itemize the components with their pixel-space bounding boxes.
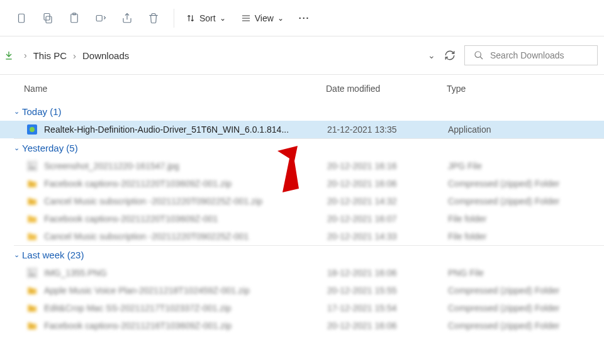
- file-icon: [26, 267, 38, 279]
- rename-icon[interactable]: [92, 9, 109, 27]
- chevron-down-icon: ⌄: [277, 14, 284, 23]
- file-row[interactable]: Edit&Crop Mac SS-20211217T102337Z-001.zi…: [0, 299, 604, 317]
- breadcrumb-item[interactable]: Downloads: [82, 50, 129, 61]
- column-type-header[interactable]: Type: [447, 84, 604, 94]
- file-row[interactable]: IMG_1355.PNG18-12-2021 16:06PNG File: [0, 264, 604, 282]
- file-name: Screenshot_20211220-161547.jpg: [44, 161, 327, 171]
- search-icon: [474, 50, 484, 60]
- file-icon: [26, 124, 38, 135]
- chevron-down-icon: ⌄: [14, 251, 20, 259]
- svg-rect-9: [27, 161, 37, 171]
- file-type: Compressed (zipped) Folder: [448, 179, 559, 189]
- view-label: View: [255, 13, 274, 23]
- file-name: Apple Music Voice Plan-20211218T102459Z-…: [44, 285, 327, 295]
- view-button[interactable]: View ⌄: [241, 13, 284, 23]
- svg-point-8: [30, 127, 35, 132]
- file-icon: [26, 231, 38, 242]
- share-icon[interactable]: [118, 9, 136, 27]
- sort-icon: [186, 13, 196, 23]
- chevron-down-icon: ⌄: [14, 108, 20, 116]
- chevron-down-icon: ⌄: [220, 14, 226, 23]
- file-name: Realtek-High-Definition-Audio-Driver_51T…: [44, 124, 327, 135]
- file-date: 20-12-2021 16:06: [327, 179, 448, 189]
- file-list: ⌄ Today (1)Realtek-High-Definition-Audio…: [0, 102, 604, 334]
- file-row[interactable]: Screenshot_20211220-161547.jpg20-12-2021…: [0, 157, 604, 175]
- file-type: Application: [448, 124, 491, 135]
- chevron-down-icon: ⌄: [14, 144, 20, 152]
- file-type: Compressed (zipped) Folder: [448, 285, 559, 295]
- file-name: Edit&Crop Mac SS-20211217T102337Z-001.zi…: [44, 303, 327, 313]
- file-name: Cancel Music subscription -20211220T0902…: [44, 196, 327, 206]
- file-type: Compressed (zipped) Folder: [448, 196, 559, 206]
- file-row[interactable]: Realtek-High-Definition-Audio-Driver_51T…: [0, 121, 604, 138]
- svg-rect-16: [31, 306, 32, 311]
- refresh-button[interactable]: [444, 50, 456, 61]
- file-row[interactable]: Facebook captions-20211216T103609Z-001.z…: [0, 317, 604, 334]
- svg-rect-11: [31, 182, 32, 187]
- file-icon: [26, 285, 38, 296]
- search-placeholder: Search Downloads: [490, 50, 564, 60]
- column-name-header[interactable]: Name: [24, 84, 326, 94]
- svg-point-10: [30, 163, 31, 165]
- group-header[interactable]: ⌄ Last week (23): [0, 246, 604, 264]
- file-type: File folder: [448, 214, 486, 224]
- svg-point-6: [475, 52, 481, 57]
- file-name: Facebook captions-20211220T103609Z-001: [44, 214, 327, 224]
- file-icon: [26, 160, 38, 172]
- file-name: IMG_1355.PNG: [44, 268, 327, 278]
- group-header[interactable]: ⌄ Today (1): [0, 102, 604, 121]
- file-name: Cancel Music subscription -20211220T0902…: [44, 231, 327, 241]
- paste-icon[interactable]: [65, 9, 83, 27]
- search-input[interactable]: Search Downloads: [464, 45, 598, 65]
- svg-rect-0: [19, 14, 25, 23]
- file-date: 20-12-2021 16:16: [327, 161, 448, 171]
- file-row[interactable]: Facebook captions-20211220T103609Z-00120…: [0, 210, 604, 228]
- group-label: Yesterday (5): [22, 143, 78, 153]
- file-row[interactable]: Apple Music Voice Plan-20211218T102459Z-…: [0, 282, 604, 299]
- address-bar-row: › This PC › Downloads ⌄ Search Downloads: [0, 36, 604, 75]
- file-row[interactable]: Cancel Music subscription -20211220T0902…: [0, 228, 604, 245]
- sort-button[interactable]: Sort ⌄: [186, 13, 226, 23]
- file-icon: [26, 320, 38, 331]
- svg-rect-13: [27, 268, 37, 278]
- file-row[interactable]: Cancel Music subscription -20211220T0902…: [0, 192, 604, 210]
- breadcrumb[interactable]: This PC › Downloads: [33, 50, 130, 61]
- column-date-header[interactable]: Date modified: [326, 84, 447, 94]
- toolbar-separator: [174, 9, 174, 28]
- sort-label: Sort: [199, 13, 216, 23]
- svg-rect-15: [31, 289, 32, 294]
- file-row[interactable]: Facebook captions-20211220T103609Z-001.z…: [0, 175, 604, 192]
- svg-rect-1: [46, 16, 52, 23]
- file-date: 20-12-2021 16:07: [327, 214, 448, 224]
- file-date: 18-12-2021 16:06: [327, 268, 448, 278]
- file-icon: [26, 213, 38, 224]
- svg-rect-17: [31, 324, 32, 329]
- group-label: Last week (23): [22, 250, 84, 260]
- breadcrumb-item[interactable]: This PC: [33, 50, 67, 61]
- file-name: Facebook captions-20211216T103609Z-001.z…: [44, 321, 327, 331]
- file-type: Compressed (zipped) Folder: [448, 321, 559, 331]
- svg-point-14: [30, 270, 31, 272]
- pin-icon[interactable]: [4, 50, 14, 60]
- file-date: 20-12-2021 16:06: [327, 321, 448, 331]
- file-date: 20-12-2021 14:33: [327, 231, 448, 241]
- group-header[interactable]: ⌄ Yesterday (5): [0, 139, 604, 157]
- view-icon: [241, 13, 251, 23]
- chevron-right-icon: ›: [73, 50, 76, 61]
- file-type: Compressed (zipped) Folder: [448, 303, 559, 313]
- file-date: 21-12-2021 13:35: [327, 124, 448, 135]
- delete-icon[interactable]: [145, 9, 162, 27]
- svg-rect-12: [31, 199, 32, 204]
- file-date: 20-12-2021 15:55: [327, 285, 448, 295]
- chevron-down-icon[interactable]: ⌄: [428, 50, 435, 60]
- file-type: JPG File: [448, 161, 482, 171]
- svg-rect-2: [44, 13, 50, 20]
- svg-rect-5: [96, 15, 102, 21]
- chevron-right-icon: ›: [24, 50, 27, 60]
- group-label: Today (1): [22, 106, 62, 117]
- copy-icon[interactable]: [39, 9, 57, 27]
- more-button[interactable]: ···: [299, 13, 310, 23]
- cut-icon[interactable]: [13, 9, 30, 27]
- file-date: 17-12-2021 15:54: [327, 303, 448, 313]
- file-type: File folder: [448, 231, 486, 241]
